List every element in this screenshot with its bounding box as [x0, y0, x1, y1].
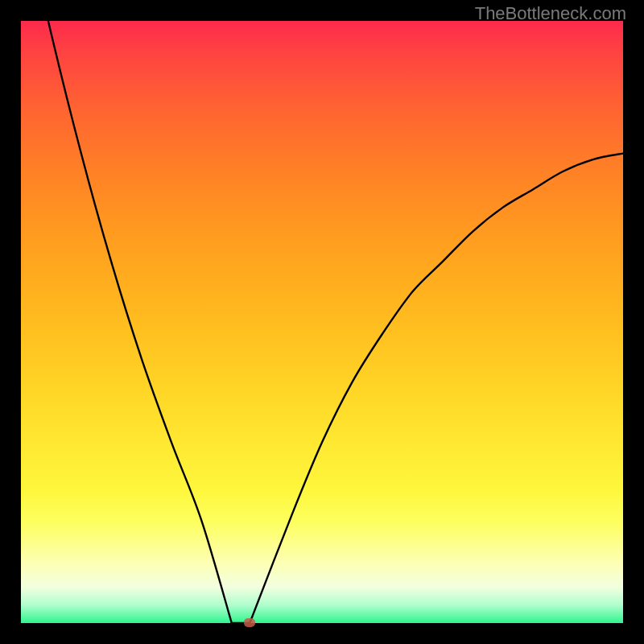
- chart-curve: [21, 21, 623, 623]
- bottleneck-chart-plot: [21, 21, 623, 623]
- watermark-text: TheBottleneck.com: [475, 3, 626, 24]
- optimum-marker: [244, 618, 255, 627]
